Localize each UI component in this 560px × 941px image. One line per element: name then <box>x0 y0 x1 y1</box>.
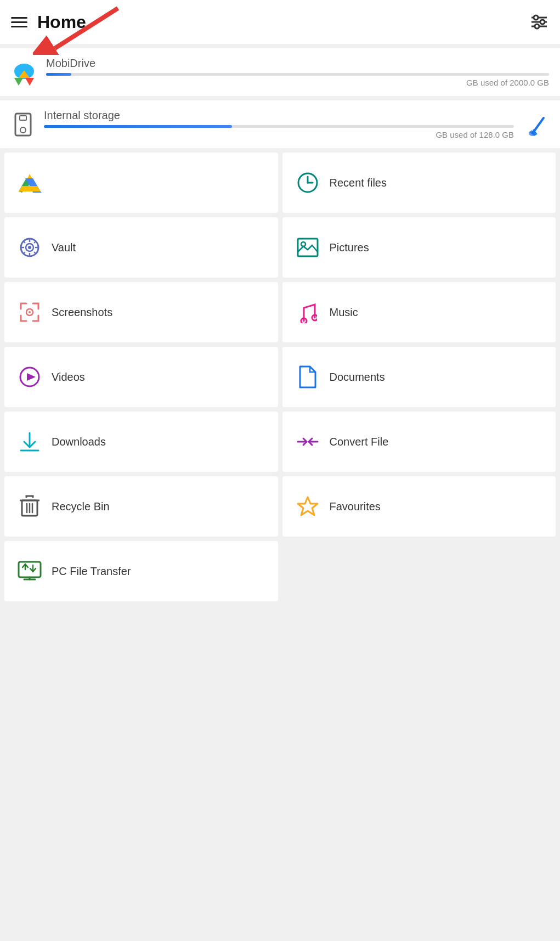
mobidrive-progress-bar <box>46 73 549 76</box>
google-drive-icon <box>18 171 42 195</box>
single-row: PC File Transfer <box>0 541 560 606</box>
grid-item-recent-files[interactable]: Recent files <box>282 153 556 213</box>
vault-icon <box>18 235 42 260</box>
svg-marker-10 <box>25 78 34 86</box>
svg-point-44 <box>29 311 31 313</box>
pc-file-transfer-label: PC File Transfer <box>52 565 131 578</box>
svg-line-40 <box>34 252 36 254</box>
svg-marker-58 <box>298 497 318 515</box>
filter-icon[interactable] <box>529 12 549 32</box>
svg-point-5 <box>535 24 539 29</box>
grid-item-convert-file[interactable]: Convert File <box>282 412 556 472</box>
svg-rect-13 <box>20 116 26 120</box>
recent-files-icon <box>296 171 320 195</box>
music-label: Music <box>330 306 358 319</box>
grid-section: Recent files V <box>0 148 560 541</box>
grid-item-google-drive[interactable] <box>4 153 278 213</box>
svg-rect-59 <box>19 562 41 577</box>
convert-file-label: Convert File <box>330 436 389 448</box>
grid-item-videos[interactable]: Videos <box>4 347 278 407</box>
internal-progress-fill <box>44 125 232 128</box>
pc-file-transfer-icon <box>18 559 42 583</box>
grid-item-recycle-bin[interactable]: Recycle Bin <box>4 476 278 537</box>
mobidrive-card[interactable]: MobiDrive GB used of 2000.0 GB <box>0 48 560 96</box>
vault-label: Vault <box>52 241 76 254</box>
documents-icon <box>296 365 320 389</box>
grid-item-screenshots[interactable]: Screenshots <box>4 282 278 342</box>
recent-files-label: Recent files <box>330 177 387 189</box>
header: Home <box>0 0 560 44</box>
mobidrive-info: MobiDrive GB used of 2000.0 GB <box>46 57 549 87</box>
page-title: Home <box>37 12 86 32</box>
grid-item-music[interactable]: Music <box>282 282 556 342</box>
internal-storage-name: Internal storage <box>44 109 514 122</box>
mobidrive-progress-fill <box>46 73 71 76</box>
internal-storage-icon <box>11 112 35 137</box>
downloads-label: Downloads <box>52 436 106 448</box>
videos-icon <box>18 365 42 389</box>
downloads-icon <box>18 430 42 454</box>
internal-storage-card[interactable]: Internal storage GB used of 128.0 GB <box>0 100 560 148</box>
grid-item-documents[interactable]: Documents <box>282 347 556 407</box>
mobidrive-logo <box>11 59 37 86</box>
videos-label: Videos <box>52 371 85 384</box>
clean-broom-icon[interactable] <box>528 112 549 137</box>
internal-storage-info: Internal storage GB used of 128.0 GB <box>44 109 514 139</box>
mobidrive-used: GB used of 2000.0 GB <box>46 78 549 87</box>
pictures-label: Pictures <box>330 241 369 254</box>
internal-progress-bar <box>44 125 514 128</box>
internal-storage-used: GB used of 128.0 GB <box>44 130 514 139</box>
svg-point-3 <box>534 15 538 20</box>
svg-point-4 <box>540 20 545 24</box>
favourites-icon <box>296 494 320 519</box>
mobidrive-name: MobiDrive <box>46 57 549 70</box>
svg-line-38 <box>34 241 36 243</box>
svg-point-32 <box>28 246 31 249</box>
svg-line-39 <box>23 252 25 254</box>
screenshots-icon <box>18 300 42 324</box>
grid-item-pc-file-transfer[interactable]: PC File Transfer <box>4 541 278 601</box>
pictures-icon <box>296 235 320 260</box>
header-left: Home <box>11 12 86 32</box>
favourites-label: Favourites <box>330 500 381 513</box>
documents-label: Documents <box>330 371 385 384</box>
grid-item-vault[interactable]: Vault <box>4 217 278 278</box>
grid-item-pictures[interactable]: Pictures <box>282 217 556 278</box>
svg-marker-9 <box>14 78 23 86</box>
screenshots-label: Screenshots <box>52 306 112 319</box>
grid-item-favourites[interactable]: Favourites <box>282 476 556 537</box>
recycle-bin-icon <box>18 494 42 519</box>
grid-item-downloads[interactable]: Downloads <box>4 412 278 472</box>
svg-marker-26 <box>19 186 41 191</box>
music-icon <box>296 300 320 324</box>
convert-file-icon <box>296 430 320 454</box>
svg-marker-48 <box>27 373 36 381</box>
svg-line-37 <box>23 241 25 243</box>
recycle-bin-label: Recycle Bin <box>52 500 110 513</box>
hamburger-menu-icon[interactable] <box>11 17 27 27</box>
svg-point-14 <box>20 127 26 133</box>
